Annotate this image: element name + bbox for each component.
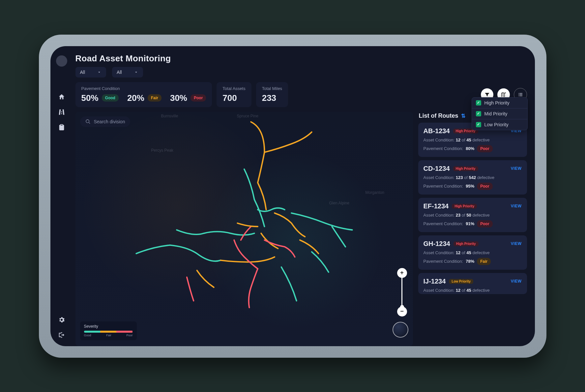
filter-select-1-value: All [80, 70, 85, 75]
total-assets-label: Total Assets [222, 86, 245, 91]
list-icon [517, 92, 523, 98]
settings-icon[interactable] [58, 316, 66, 324]
pavement-status-badge: Poor [477, 183, 492, 190]
good-badge: Good [102, 94, 119, 102]
search-input[interactable]: Search division [80, 116, 131, 127]
route-card: CD-1234 High Priority VIEW Asset Conditi… [418, 160, 527, 195]
priority-option-mid[interactable]: ✓ Mid Priority [472, 108, 527, 119]
route-id: IJ-1234 [424, 278, 446, 285]
total-miles-label: Total Miles [262, 86, 282, 91]
view-button[interactable]: VIEW [511, 166, 522, 171]
view-button[interactable]: VIEW [511, 241, 522, 246]
asset-condition-text: Asset Condition: 12 of 45 defective [424, 250, 522, 255]
legend-good: Good [84, 334, 91, 337]
good-pct: 50% [81, 93, 99, 103]
route-id: EF-1234 [424, 202, 449, 210]
poor-pct: 30% [170, 93, 187, 103]
priority-low-label: Low Priority [484, 122, 509, 127]
asset-condition-text: Asset Condition: 23 of 50 defective [424, 213, 522, 218]
home-icon[interactable] [58, 93, 66, 101]
route-card: GH-1234 High Priority VIEW Asset Conditi… [418, 235, 527, 270]
good-stat: 50% Good [81, 93, 119, 103]
clipboard-icon[interactable] [58, 123, 66, 131]
checkbox-checked-icon: ✓ [476, 100, 481, 106]
view-button[interactable]: VIEW [511, 204, 522, 208]
zoom-out-button[interactable]: − [397, 307, 407, 317]
fair-stat: 20% Fair [127, 93, 161, 103]
app-window: Road Asset Monitoring All All Pavement C… [50, 46, 535, 346]
pavement-condition-text: Pavement Condition: 91% Poor [424, 220, 522, 227]
asset-condition-text: Asset Condition: 12 of 45 defective [424, 137, 522, 142]
legend-fair: Fair [106, 334, 111, 337]
routes-panel: List of Routes ⇅ AB-1234 High Priority V… [418, 112, 527, 346]
route-id: CD-1234 [424, 165, 450, 172]
avatar[interactable] [56, 55, 67, 67]
pavement-condition-card: Pavement Condition 50% Good 20% Fair 30%… [75, 82, 212, 107]
toolbar-actions: ✓ High Priority ✓ Mid Priority ✓ Low Pri… [481, 82, 527, 107]
pavement-condition-text: Pavement Condition: 78% Fair [424, 258, 522, 265]
priority-menu: ✓ High Priority ✓ Mid Priority ✓ Low Pri… [472, 97, 528, 130]
filter-select-2[interactable]: All [112, 67, 143, 77]
poor-stat: 30% Poor [170, 93, 206, 103]
checkbox-checked-icon: ✓ [476, 111, 481, 116]
map[interactable]: Burnsville Spruce Pine Percys Peak Glen … [75, 112, 413, 346]
priority-option-high[interactable]: ✓ High Priority [472, 98, 527, 108]
pavement-status-badge: Poor [477, 145, 492, 152]
filter-select-2-value: All [117, 70, 122, 75]
view-button[interactable]: VIEW [511, 279, 522, 284]
content-area: Burnsville Spruce Pine Percys Peak Glen … [73, 112, 527, 346]
filter-icon [484, 92, 490, 98]
total-assets-value: 700 [222, 93, 245, 103]
pavement-status-badge: Poor [477, 220, 492, 227]
map-icon [501, 92, 507, 98]
zoom-track[interactable] [401, 278, 402, 307]
map-legend: Severity Good Fair Poor [80, 321, 137, 340]
route-id: GH-1234 [424, 240, 450, 248]
priority-badge: High Priority [452, 204, 477, 209]
header: Road Asset Monitoring All All [73, 53, 527, 77]
legend-title: Severity [84, 324, 133, 329]
filter-selects: All All [75, 67, 527, 77]
priority-badge: High Priority [453, 241, 479, 246]
total-miles-card: Total Miles 233 [256, 82, 288, 107]
asset-condition-text: Asset Condition: 123 of 542 defective [424, 175, 522, 180]
main-content: Road Asset Monitoring All All Pavement C… [73, 46, 535, 346]
globe-button[interactable] [393, 322, 408, 338]
route-list: AB-1234 High Priority VIEW Asset Conditi… [418, 123, 527, 346]
legend-poor: Poor [126, 334, 132, 337]
search-icon [85, 119, 91, 124]
search-placeholder: Search division [94, 119, 125, 124]
pavement-condition-text: Pavement Condition: 80% Poor [424, 145, 522, 152]
routes-heading-text: List of Routes [419, 112, 458, 119]
sidebar [50, 46, 73, 346]
fair-pct: 20% [127, 93, 144, 103]
legend-bar [84, 331, 133, 333]
zoom-in-button[interactable]: + [397, 268, 407, 278]
pavement-condition-text: Pavement Condition: 95% Poor [424, 183, 522, 190]
map-roads [75, 112, 413, 328]
priority-badge: Low Priority [449, 279, 473, 284]
total-assets-card: Total Assets 700 [217, 82, 251, 107]
sort-icon[interactable]: ⇅ [461, 113, 465, 119]
road-icon[interactable] [58, 108, 66, 116]
priority-option-low[interactable]: ✓ Low Priority [472, 119, 527, 130]
fair-badge: Fair [148, 94, 161, 102]
poor-badge: Poor [190, 94, 206, 102]
chevron-down-icon [97, 70, 102, 75]
checkbox-checked-icon: ✓ [476, 122, 481, 127]
chevron-down-icon [134, 70, 138, 75]
priority-badge: High Priority [453, 166, 478, 171]
page-title: Road Asset Monitoring [75, 53, 527, 64]
zoom-control: + − [397, 268, 407, 317]
priority-mid-label: Mid Priority [484, 111, 508, 116]
total-miles-value: 233 [262, 93, 282, 103]
stats-row: Pavement Condition 50% Good 20% Fair 30%… [73, 82, 527, 107]
route-card: EF-1234 High Priority VIEW Asset Conditi… [418, 198, 527, 232]
pavement-condition-label: Pavement Condition [81, 86, 206, 91]
pavement-status-badge: Fair [477, 258, 491, 265]
logout-icon[interactable] [58, 331, 66, 339]
tablet-frame: Road Asset Monitoring All All Pavement C… [39, 35, 546, 358]
route-card: IJ-1234 Low Priority VIEW Asset Conditio… [418, 273, 527, 294]
filter-select-1[interactable]: All [75, 67, 106, 77]
asset-condition-text: Asset Condition: 12 of 45 defective [424, 288, 522, 293]
